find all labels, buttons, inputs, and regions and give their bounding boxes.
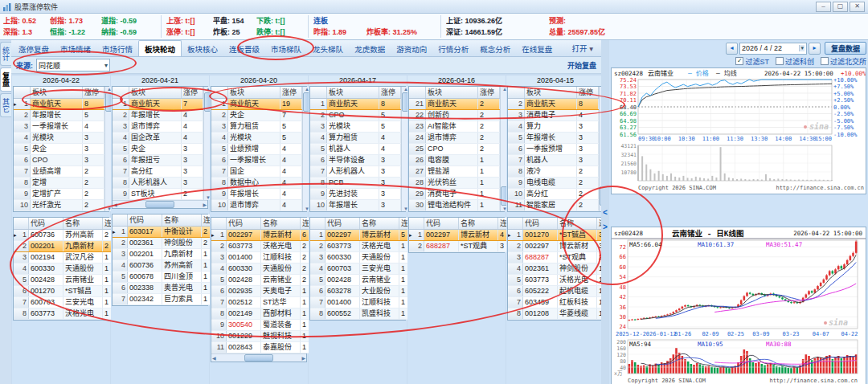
sector-row[interactable]: 3光模块5 <box>310 121 401 133</box>
stock-row[interactable]: ▸1002297博云新材4 <box>409 230 513 241</box>
side-tab-复盘[interactable]: 复盘 <box>0 67 11 92</box>
source-select[interactable]: 同花顺 ▾ <box>36 59 110 71</box>
sector-row[interactable]: 7业绩高增2 <box>14 166 104 178</box>
sector-row[interactable]: 5央企3 <box>14 144 104 155</box>
sector-row[interactable]: 4算力3 <box>508 121 599 133</box>
sector-row[interactable]: 22创新药2 <box>409 110 500 121</box>
stock-row[interactable]: 5002428云南锗业1 <box>14 275 117 286</box>
tab-游资动向[interactable]: 游资动向 <box>391 41 432 56</box>
tab-龙虎数据[interactable]: 龙虎数据 <box>349 41 391 56</box>
sector-row[interactable]: 5央企3 <box>113 144 203 155</box>
scroll-left-icon[interactable]: ◀ <box>113 202 117 207</box>
collapse-left-arrow-icon[interactable]: < <box>601 207 609 219</box>
sector-row[interactable]: 24退市博弈2 <box>409 133 500 144</box>
sector-row[interactable]: 23AI智能体2 <box>409 121 500 133</box>
stock-row[interactable]: 6002935天奥电子1 <box>211 286 315 297</box>
tab-连板晋级[interactable]: 连板晋级 <box>223 41 265 56</box>
sector-row[interactable]: 2商业航天8 <box>508 99 599 110</box>
side-tab-其它[interactable]: 其它 <box>0 93 11 117</box>
open-button[interactable]: 打开 ▾ <box>572 44 593 53</box>
stock-row[interactable]: 6605222起帆电缆1 <box>508 286 612 297</box>
sector-row[interactable]: 6CPO3 <box>14 155 104 166</box>
tab-涨停复盘[interactable]: 涨停复盘 <box>13 41 55 56</box>
stock-row[interactable]: 11002843泰嘉股份1 <box>211 342 315 353</box>
sector-row[interactable]: 3算力租赁5 <box>211 121 302 133</box>
tab-市场行情[interactable]: 市场行情 <box>96 41 138 56</box>
stock-row[interactable]: 5002428云南锗业1 <box>310 275 414 286</box>
sector-row[interactable]: 7高分红3 <box>113 166 203 178</box>
side-tab-统计[interactable]: 统计 <box>0 42 11 66</box>
stock-row[interactable]: 5600678四川金顶1 <box>113 272 216 283</box>
checkbox-icon[interactable]: ✓ <box>735 57 743 65</box>
maximize-button[interactable]: ▢ <box>833 2 848 12</box>
sector-row[interactable]: 9先进封装3 <box>310 189 401 200</box>
stock-row[interactable]: ▸1002297博云新材6 <box>211 230 315 241</box>
sector-row[interactable]: 5业绩预增4 <box>211 144 302 155</box>
scroll-left-icon[interactable]: ◀ <box>212 355 216 361</box>
stock-row[interactable]: 2603773沃格光电1 <box>310 241 414 252</box>
sector-row[interactable]: 9定增扩产2 <box>14 189 104 200</box>
stock-row[interactable]: 7002342巨力索具1 <box>113 294 216 305</box>
tab-市场情绪[interactable]: 市场情绪 <box>55 41 96 56</box>
sector-row[interactable]: 8人形机器人3 <box>113 178 203 189</box>
stock-row[interactable]: 2002361神剑股份2 <box>113 238 216 249</box>
sector-row[interactable]: 4光模块3 <box>14 133 104 144</box>
sector-row[interactable]: 6半导体设备3 <box>310 155 401 166</box>
replay-data-button[interactable]: 复盘数据 <box>825 42 866 55</box>
stock-row[interactable]: 2002201九鼎新材2 <box>14 241 117 252</box>
date-prev-button[interactable]: ◂ <box>726 43 738 55</box>
scroll-right-icon[interactable]: ▶ <box>203 202 207 207</box>
stock-row[interactable]: 4600736苏州高新1 <box>113 260 216 272</box>
date-input[interactable]: 2026 / 4 / 22 ▾ <box>739 43 807 55</box>
stock-row[interactable]: 2688287*ST观典3 <box>409 241 513 252</box>
sector-row[interactable]: 9年报增长4 <box>211 189 302 200</box>
sector-row[interactable]: 4算力租赁4 <box>310 133 401 144</box>
stock-row[interactable]: 10001229魅视科技1 <box>211 331 315 342</box>
sector-row[interactable]: 1商业航天7 <box>113 99 203 110</box>
checkbox-icon[interactable] <box>821 57 829 65</box>
stock-row[interactable]: 4002361神剑股份1 <box>508 263 612 275</box>
stock-row[interactable]: 8001208华菱线缆1 <box>508 308 612 320</box>
sector-row[interactable]: 5机器人4 <box>310 144 401 155</box>
sector-row[interactable]: 8PCB3 <box>310 178 401 189</box>
tab-板块轮动[interactable]: 板块轮动 <box>138 40 182 56</box>
stock-row[interactable]: 7600703三安光电1 <box>14 297 117 308</box>
stock-row[interactable]: 3001400江顺科技2 <box>211 252 315 263</box>
sector-row[interactable]: 10光纤激光2 <box>14 200 104 211</box>
sector-row[interactable]: 3退市博弈4 <box>113 121 203 133</box>
sector-row[interactable]: 7人形机器人3 <box>310 166 401 178</box>
sector-row[interactable]: 25CPO2 <box>409 144 500 155</box>
stock-row[interactable]: 7001400江顺科技1 <box>310 297 414 308</box>
collapse-right-arrow-icon[interactable]: > <box>601 222 609 233</box>
tab-概念分析[interactable]: 概念分析 <box>474 41 516 56</box>
sector-row[interactable]: 29消费电子1 <box>409 189 500 200</box>
sector-row[interactable]: 28光伏钨丝1 <box>409 178 500 189</box>
sector-row[interactable]: 10年报增长3 <box>310 200 401 211</box>
minimize-button[interactable]: – <box>816 2 831 12</box>
stock-row[interactable]: 5002428云南锗业2 <box>211 275 315 286</box>
tab-板块核心[interactable]: 板块核心 <box>182 41 223 56</box>
checkbox-过滤科创[interactable]: 过滤科创 <box>776 56 814 67</box>
start-replay-link[interactable]: 开始复盘 <box>567 60 596 71</box>
stock-row[interactable]: 2002297博云新材3 <box>508 241 612 252</box>
tab-在线复盘[interactable]: 在线复盘 <box>516 41 558 56</box>
sector-row[interactable]: 4光模块5 <box>211 133 302 144</box>
checkbox-过滤北交所[interactable]: 过滤北交所 <box>821 56 866 67</box>
stock-row[interactable]: 4600330天通股份1 <box>14 263 117 275</box>
stock-row[interactable]: 6001270*ST铖昌1 <box>14 286 117 297</box>
sector-row[interactable]: 2年报增长4 <box>113 110 203 121</box>
stock-row[interactable]: 3600330天通股份1 <box>310 252 414 263</box>
sector-row[interactable]: 9ST板块2 <box>113 189 203 200</box>
sector-row[interactable]: 4国企改革4 <box>113 133 203 144</box>
stock-row[interactable]: 8002149西部材料1 <box>211 308 315 320</box>
sector-row[interactable]: 3消费电子4 <box>508 110 599 121</box>
sector-row[interactable]: 3一季报增长4 <box>14 121 104 133</box>
stock-row[interactable]: 6002338奥普光电1 <box>113 283 216 294</box>
close-button[interactable]: ✕ <box>850 2 865 12</box>
stock-row[interactable]: 7603459红板科技1 <box>508 297 612 308</box>
tab-龙头梯队[interactable]: 龙头梯队 <box>307 41 349 56</box>
sector-row[interactable]: 9电线电缆2 <box>508 178 599 189</box>
sector-row[interactable]: 2年报增长5 <box>14 110 104 121</box>
sector-row[interactable]: 6一季报预增3 <box>508 144 599 155</box>
sector-row[interactable]: 7机器人3 <box>508 155 599 166</box>
